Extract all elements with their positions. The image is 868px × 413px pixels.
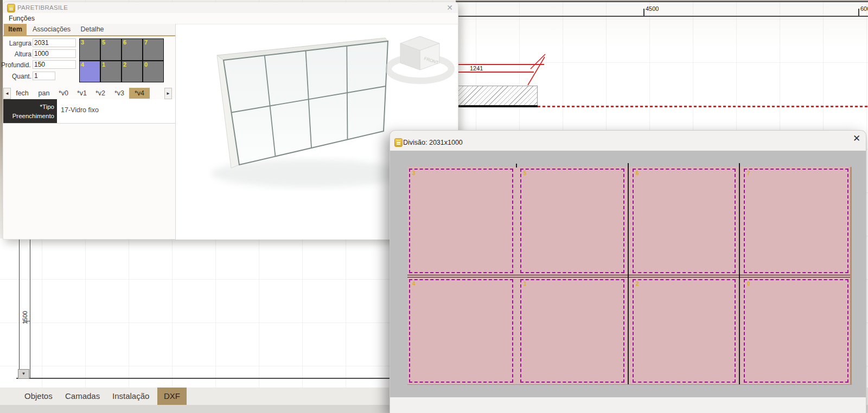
division-cell-6[interactable]: 6 (631, 167, 737, 275)
division-mini-grid: 3 5 6 7 4 1 2 0 (79, 38, 164, 82)
top-dimension-line-upper (456, 1, 868, 2)
left-dimension-line-inner (30, 238, 30, 378)
view-tab-v2[interactable]: *v2 (92, 88, 109, 99)
scroll-down-button[interactable]: ▼ (18, 369, 29, 379)
column-separator-2[interactable] (628, 163, 629, 384)
menu-funcoes[interactable]: Funções (9, 15, 35, 22)
view-tab-v4[interactable]: *v4 (129, 88, 150, 99)
tab-associacoes[interactable]: Associações (27, 24, 76, 35)
tab-camadas[interactable]: Camadas (59, 388, 106, 405)
window-title: PARETIBRASILE (17, 4, 68, 11)
view-tab-v1[interactable]: *v1 (73, 88, 91, 99)
tab-instalacao[interactable]: Instalação (106, 388, 156, 405)
input-altura[interactable] (33, 49, 76, 58)
mini-cell-5[interactable]: 5 (101, 39, 121, 60)
input-largura[interactable] (33, 38, 76, 47)
canvas-bottom-line (16, 378, 390, 379)
view-tab-v3[interactable]: *v3 (111, 88, 128, 99)
division-cell-3[interactable]: 3 (407, 167, 515, 275)
dimension-label-4500: 4500 (646, 5, 659, 12)
left-dimension-line-outer (19, 238, 20, 378)
division-cell-2[interactable]: 2 (631, 278, 737, 384)
view-tabstrip: ◄ fech pan *v0 *v1 *v2 *v3 *v4 ► (3, 87, 175, 99)
app-icon (7, 4, 15, 12)
label-quantidade: Quant. (3, 73, 31, 80)
division-panel: 3 5 6 7 4 1 2 0 (407, 167, 852, 385)
red-dimension-slashes (524, 50, 550, 88)
hatched-wall-section[interactable] (457, 86, 538, 106)
dimension-label-600: 600 (860, 5, 868, 12)
mini-cell-6[interactable]: 6 (122, 39, 142, 60)
tab-objetos[interactable]: Objetos (18, 388, 59, 405)
input-quantidade[interactable] (33, 72, 55, 80)
label-altura: Altura (3, 50, 31, 58)
red-dashed-axis (538, 106, 868, 107)
mini-cell-3[interactable]: 3 (80, 39, 100, 60)
paretibrasile-titlebar[interactable]: PARETIBRASILE ✕ (3, 2, 458, 13)
wall-baseline (457, 105, 538, 107)
column-tick-1 (516, 164, 517, 167)
tabs-scroll-left-icon[interactable]: ◄ (3, 88, 11, 99)
dimension-tick-4500 (643, 9, 644, 16)
tabs-scroll-right-icon[interactable]: ► (164, 88, 172, 99)
tab-item[interactable]: Item (4, 24, 27, 35)
dimension-tick-600 (858, 9, 859, 16)
label-profundidade: Profundid. (1, 61, 29, 69)
divisao-icon (394, 138, 403, 147)
fill-type-row: *Tipo Preenchimento 17-Vidro fixo (3, 99, 175, 124)
row-separator (407, 275, 850, 278)
tab-dxf[interactable]: DXF (157, 388, 187, 405)
fill-type-label: *Tipo Preenchimento (3, 99, 57, 123)
view-tab-v0[interactable]: *v0 (55, 88, 72, 99)
division-cell-5[interactable]: 5 (519, 167, 626, 275)
view-tab-pan[interactable]: pan (34, 88, 54, 99)
close-icon[interactable]: ✕ (444, 3, 456, 12)
mini-cell-4-selected[interactable]: 4 (80, 61, 100, 82)
fill-type-value[interactable]: 17-Vidro fixo (61, 106, 99, 114)
mini-cell-2[interactable]: 2 (122, 61, 142, 82)
division-cell-1[interactable]: 1 (519, 278, 626, 384)
divisao-content: 3 5 6 7 4 1 2 0 (390, 151, 866, 397)
tab-detalhe[interactable]: Detalhe (76, 24, 108, 35)
dimension-label-1500: 1500 (22, 311, 28, 324)
column-separator-3[interactable] (739, 163, 740, 384)
label-largura: Largura (3, 40, 31, 47)
divisao-title: Divisão: 2031x1000 (403, 139, 463, 146)
dimension-label-1241: 1241 (470, 65, 483, 72)
input-profundidade[interactable] (33, 60, 76, 69)
scroll-down-icon: ▼ (22, 371, 26, 376)
divisao-window: Divisão: 2031x1000 ✕ 3 5 6 7 4 1 (390, 130, 866, 413)
mini-cell-7[interactable]: 7 (143, 39, 163, 60)
mini-cell-1[interactable]: 1 (101, 61, 121, 82)
division-cell-7[interactable]: 7 (742, 167, 850, 275)
view-tab-fech[interactable]: fech (11, 88, 34, 99)
red-dimension-line-2 (457, 72, 534, 73)
division-cell-4[interactable]: 4 (407, 278, 515, 384)
top-dimension-line-lower (456, 16, 868, 17)
application-root: 4500 600 1241 1500 ▼ Objetos Camadas Ins… (0, 0, 868, 413)
divisao-close-icon[interactable]: ✕ (849, 132, 864, 146)
left-dimension-tick (23, 321, 30, 321)
mini-cell-0[interactable]: 0 (143, 61, 163, 82)
view-cube[interactable]: FRONT (385, 30, 458, 95)
item-tabstrip: Item Associações Detalhe (3, 24, 175, 36)
division-cell-0[interactable]: 0 (742, 278, 850, 384)
